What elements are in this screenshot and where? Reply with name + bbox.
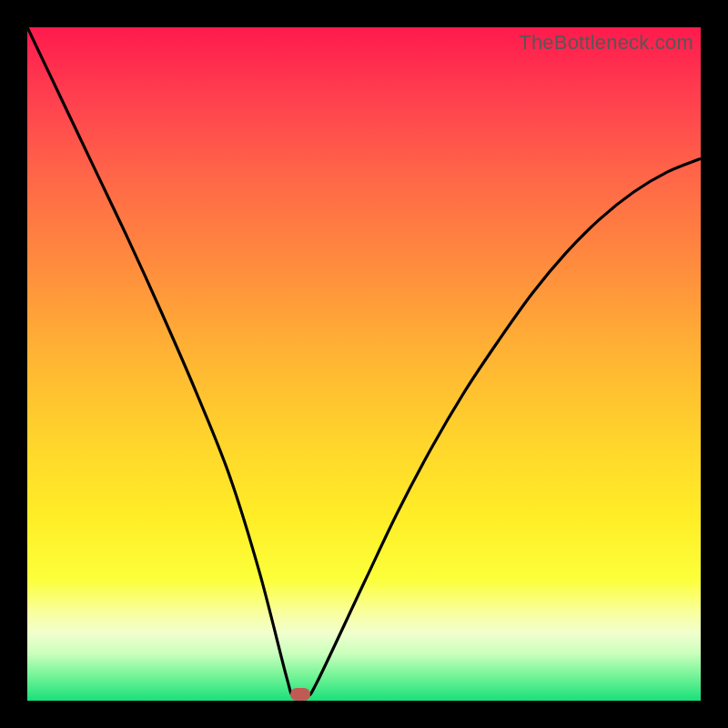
chart-frame: TheBottleneck.com xyxy=(0,0,728,728)
plot-area: TheBottleneck.com xyxy=(27,27,701,701)
optimum-marker xyxy=(290,688,310,701)
bottleneck-curve xyxy=(27,27,701,701)
